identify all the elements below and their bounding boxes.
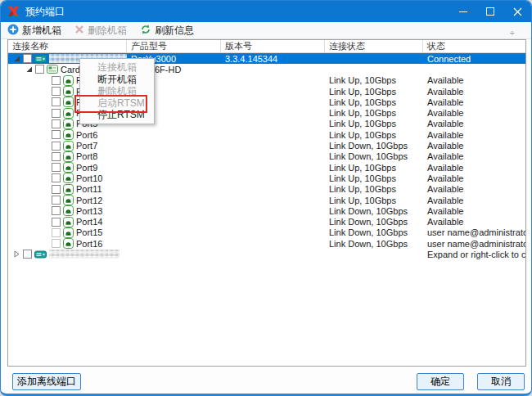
close-button[interactable] (504, 1, 531, 22)
row-checkbox[interactable] (52, 228, 61, 237)
refresh-info-label: 刷新信息 (155, 24, 194, 38)
column-header-product-model[interactable]: 产品型号 (127, 40, 221, 52)
connection-name-cell: Port12 (8, 195, 127, 205)
version-cell (221, 162, 325, 173)
version-cell (221, 195, 325, 205)
chassis-icon (34, 54, 47, 64)
link-cell: Link Down, 10Gbps (325, 238, 423, 249)
connection-name-cell: Port6 (8, 129, 127, 140)
table-row-Port15[interactable]: Port15Link Down, 10Gbpsuser name@adminis… (8, 227, 525, 238)
minimize-button[interactable] (450, 1, 477, 22)
row-checkbox[interactable] (52, 163, 61, 172)
delete-chassis-label: 删除机箱 (88, 24, 127, 38)
status-cell: user name@administrator (423, 227, 525, 238)
add-offline-port-button[interactable]: 添加离线端口 (12, 373, 81, 390)
table-row-chassis[interactable]: Expand or right-click to conn... (8, 249, 525, 259)
toolbar-overflow-icon[interactable]: ÷ (510, 29, 515, 38)
add-chassis-button[interactable]: 新增机箱 (7, 24, 61, 38)
row-checkbox[interactable] (52, 119, 61, 128)
context-menu: 连接机箱 断开机箱 删除机箱 启动RTSM 停止RTSM (79, 58, 155, 124)
connection-name-cell: Port14 (8, 216, 127, 227)
link-cell (325, 53, 423, 64)
row-checkbox[interactable] (52, 173, 61, 182)
table-row-Port7[interactable]: Port7Link Down, 10GbpsAvailable (8, 140, 525, 151)
reserve-port-dialog: 预约端口 新增机箱 删除机箱 (0, 0, 532, 396)
menu-item-connect-chassis[interactable]: 连接机箱 (80, 61, 154, 74)
row-checkbox[interactable] (52, 130, 61, 139)
link-cell: Link Down, 10Gbps (325, 140, 423, 151)
collapse-arrow-icon[interactable] (12, 250, 20, 258)
version-cell (221, 173, 325, 183)
connection-name-cell (8, 249, 127, 259)
expand-arrow-icon[interactable] (25, 65, 33, 73)
status-cell: Available (423, 195, 525, 205)
status-cell: Available (423, 119, 525, 129)
port-icon (63, 195, 74, 205)
version-cell (221, 184, 325, 195)
connection-name-cell: Port8 (8, 151, 127, 162)
table-row-Port10[interactable]: Port10Link Up, 10GbpsAvailable (8, 173, 525, 183)
product-cell (127, 205, 221, 216)
status-cell: Available (423, 216, 525, 227)
table-row-Port11[interactable]: Port11Link Up, 10GbpsAvailable (8, 184, 525, 195)
table-row-Port6[interactable]: Port6Link Up, 10GbpsAvailable (8, 129, 525, 140)
port-icon (63, 238, 74, 249)
port-icon (63, 86, 74, 97)
table-row-Port9[interactable]: Port9Link Up, 10GbpsAvailable (8, 162, 525, 173)
version-cell (221, 216, 325, 227)
row-checkbox[interactable] (52, 239, 61, 248)
row-checkbox[interactable] (52, 218, 61, 227)
cancel-button[interactable]: 取消 (477, 373, 525, 390)
status-cell: Available (423, 97, 525, 107)
table-row-Port16[interactable]: Port16Link Down, 10Gbpsuser name@adminis… (8, 238, 525, 249)
ok-button[interactable]: 确定 (417, 373, 464, 390)
table-row-Port8[interactable]: Port8Link Down, 10GbpsAvailable (8, 151, 525, 162)
row-checkbox[interactable] (52, 109, 61, 118)
delete-chassis-button[interactable]: 删除机箱 (74, 24, 127, 38)
product-cell (127, 129, 221, 140)
row-checkbox[interactable] (52, 76, 61, 85)
card-icon (47, 65, 58, 74)
window-title: 预约端口 (25, 5, 450, 19)
row-checkbox[interactable] (52, 142, 61, 151)
row-checkbox[interactable] (23, 54, 32, 63)
column-header-version[interactable]: 版本号 (221, 40, 325, 52)
version-cell (221, 107, 325, 118)
chassis-icon (34, 250, 47, 259)
link-cell: Link Up, 10Gbps (325, 129, 423, 140)
row-checkbox[interactable] (35, 65, 44, 74)
version-cell (221, 140, 325, 151)
link-cell (325, 249, 423, 259)
row-label: Port16 (76, 239, 102, 249)
row-checkbox[interactable] (52, 97, 61, 106)
row-checkbox[interactable] (52, 206, 61, 215)
expand-arrow-icon[interactable] (12, 55, 20, 62)
version-cell (221, 86, 325, 97)
row-checkbox[interactable] (52, 152, 61, 161)
table-row-Port12[interactable]: Port12Link Up, 10GbpsAvailable (8, 195, 525, 205)
table-row-Port13[interactable]: Port13Link Down, 10GbpsAvailable (8, 205, 525, 216)
row-label: Port14 (76, 217, 102, 227)
link-cell: Link Down, 10Gbps (325, 151, 423, 162)
menu-item-disconnect-chassis[interactable]: 断开机箱 (80, 74, 154, 86)
table-row-Port14[interactable]: Port14Link Down, 10GbpsAvailable (8, 216, 525, 227)
row-checkbox[interactable] (52, 87, 61, 96)
refresh-info-button[interactable]: 刷新信息 (140, 24, 194, 38)
product-cell (127, 238, 221, 249)
product-cell (127, 140, 221, 151)
port-icon (63, 217, 74, 227)
row-checkbox[interactable] (52, 196, 61, 205)
status-cell: Available (423, 184, 525, 195)
row-checkbox[interactable] (23, 250, 32, 259)
column-header-status[interactable]: 状态 (423, 40, 525, 52)
status-cell: Connected (423, 53, 525, 64)
column-header-connection-name[interactable]: 连接名称 (8, 40, 127, 52)
column-header-connection-status[interactable]: 连接状态 (325, 40, 423, 52)
row-label: Port13 (76, 206, 102, 216)
maximize-button[interactable] (477, 1, 504, 22)
connection-name-cell: Port9 (8, 162, 127, 173)
row-checkbox[interactable] (52, 185, 61, 194)
port-icon (63, 162, 74, 173)
port-icon (63, 184, 74, 195)
port-icon (63, 141, 74, 151)
